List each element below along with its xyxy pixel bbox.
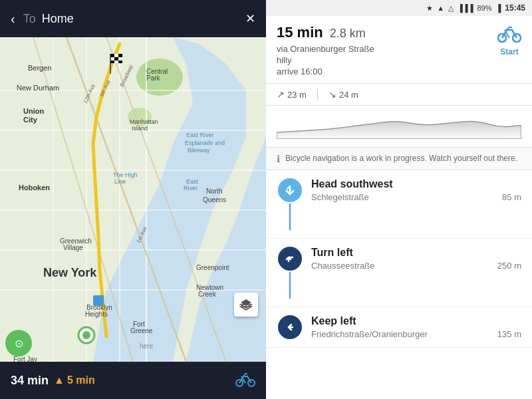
svg-rect-62: [93, 295, 104, 306]
svg-text:New York: New York: [43, 266, 97, 279]
svg-text:Hoboken: Hoboken: [19, 184, 50, 192]
svg-text:Bikeway: Bikeway: [188, 147, 210, 154]
wifi-icon: △: [448, 4, 454, 13]
step-content-3: Keep left Friedrichstraße/Oranienburger …: [303, 315, 521, 339]
clock: 15:45: [505, 3, 525, 13]
route-start-button[interactable]: ⊙: [5, 330, 32, 356]
footer-bike: [235, 371, 255, 390]
warning-icon: ▲: [54, 374, 65, 386]
bluetooth-icon: ★: [426, 4, 433, 13]
map-svg: Union City Hoboken New York New Durham B…: [0, 37, 266, 362]
svg-text:North: North: [206, 188, 222, 195]
svg-text:Queens: Queens: [203, 196, 226, 203]
svg-text:Bergen: Bergen: [28, 64, 51, 72]
svg-text:Fort Jay: Fort Jay: [13, 356, 37, 362]
elevation-down-value: 24 m: [339, 90, 358, 100]
svg-text:Union: Union: [23, 107, 44, 115]
start-button[interactable]: Start: [497, 24, 521, 57]
bike-icon: [235, 371, 255, 387]
battery-level: 89%: [477, 4, 491, 12]
route-distance: 2.8 km: [330, 27, 366, 41]
svg-point-64: [82, 331, 90, 339]
close-button[interactable]: ✕: [245, 11, 255, 26]
destination-label: Home: [42, 12, 74, 25]
route-time: 15 min: [277, 24, 323, 41]
svg-text:River: River: [184, 185, 198, 192]
step-icon-col: [277, 315, 303, 339]
status-bar: ★ ▲ △ ▐▐▐ 89% ▐ 15:45: [266, 0, 532, 16]
route-terrain: hilly: [277, 55, 497, 65]
elevation-divider: [317, 89, 318, 100]
svg-text:Heights: Heights: [85, 311, 108, 318]
step-icon-col: [277, 178, 303, 230]
header-destination: To Home: [23, 12, 245, 26]
svg-text:Village: Village: [63, 244, 83, 251]
step-street-2: Chausseestraße: [311, 261, 374, 271]
warning-bar: ℹ Bicycle navigation is a work in progre…: [266, 148, 532, 170]
nav-step: Turn left Chausseestraße 250 m: [266, 239, 532, 307]
bike-start-icon: [497, 24, 521, 43]
warning-text: Bicycle navigation is a work in progress…: [285, 153, 517, 164]
route-summary: 15 min 2.8 km via Oranienburger Straße h…: [266, 16, 532, 84]
svg-text:Esplanade and: Esplanade and: [185, 140, 225, 146]
step-name-3: Keep left: [311, 315, 521, 327]
layers-icon: [239, 298, 253, 311]
svg-text:Creek: Creek: [198, 291, 217, 298]
svg-text:Manhattan: Manhattan: [130, 118, 158, 125]
elevation-down: ↘ 24 m: [329, 89, 358, 100]
footer-time: 34 min: [11, 374, 49, 388]
nav-step: Head southwest Schlegelstraße 85 m: [266, 170, 532, 239]
svg-text:New Durham: New Durham: [17, 84, 59, 92]
route-arrive: arrive 16:00: [277, 66, 497, 76]
nav-step: Keep left Friedrichstraße/Oranienburger …: [266, 307, 532, 348]
step-dist-2: 250 m: [497, 261, 521, 271]
svg-rect-58: [110, 61, 114, 63]
svg-text:East: East: [186, 178, 199, 185]
svg-text:Greenpoint: Greenpoint: [196, 264, 229, 271]
svg-text:here: here: [140, 342, 153, 350]
svg-rect-57: [118, 57, 122, 61]
step-connector-2: [289, 272, 291, 299]
svg-text:The High: The High: [113, 172, 138, 178]
signal-bars: ▐▐▐: [458, 4, 473, 12]
step-row-1: Schlegelstraße 85 m: [311, 192, 521, 202]
to-label: To: [23, 12, 36, 25]
keep-left-icon: [283, 321, 297, 334]
map-area[interactable]: Union City Hoboken New York New Durham B…: [0, 37, 266, 362]
step-connector-1: [289, 203, 291, 230]
elevation-svg: [277, 106, 521, 139]
svg-rect-60: [118, 61, 122, 63]
back-button[interactable]: ‹: [11, 11, 15, 27]
elevation-stats: ↗ 23 m ↘ 24 m: [266, 84, 532, 106]
svg-text:East River: East River: [186, 132, 214, 138]
battery-icon: ▐: [496, 4, 501, 12]
step-street-1: Schlegelstraße: [311, 192, 369, 202]
down-arrow-icon: ↘: [329, 89, 336, 100]
step-content-2: Turn left Chausseestraße 250 m: [303, 247, 521, 271]
route-via: via Oranienburger Straße: [277, 44, 497, 54]
signal-icon: ▲: [437, 4, 444, 12]
svg-text:Park: Park: [146, 74, 161, 82]
layers-button[interactable]: [234, 293, 258, 317]
step-circle-turn-left: [278, 247, 302, 271]
nav-steps: Head southwest Schlegelstraße 85 m: [266, 170, 532, 399]
elevation-up-value: 23 m: [287, 90, 307, 100]
step-name-1: Head southwest: [311, 178, 521, 190]
turn-left-icon: [283, 252, 297, 265]
svg-rect-55: [114, 57, 118, 61]
svg-rect-53: [110, 54, 114, 57]
route-icon: ⊙: [15, 337, 23, 350]
step-dist-3: 135 m: [497, 329, 521, 339]
start-label[interactable]: Start: [500, 47, 518, 57]
map-footer: 34 min ▲ 5 min: [0, 362, 266, 399]
info-icon: ℹ: [277, 154, 280, 164]
svg-text:Island: Island: [132, 125, 148, 132]
route-main: 15 min 2.8 km: [277, 24, 497, 41]
up-arrow-icon: ↗: [277, 89, 285, 100]
step-street-3: Friedrichstraße/Oranienburger: [311, 329, 428, 339]
footer-delay: 5 min: [67, 374, 95, 386]
map-header: ‹ To Home ✕: [0, 0, 266, 37]
start-bike-icon: [497, 24, 521, 47]
step-circle-keep-left: [278, 315, 302, 339]
step-circle-start: [278, 178, 302, 202]
